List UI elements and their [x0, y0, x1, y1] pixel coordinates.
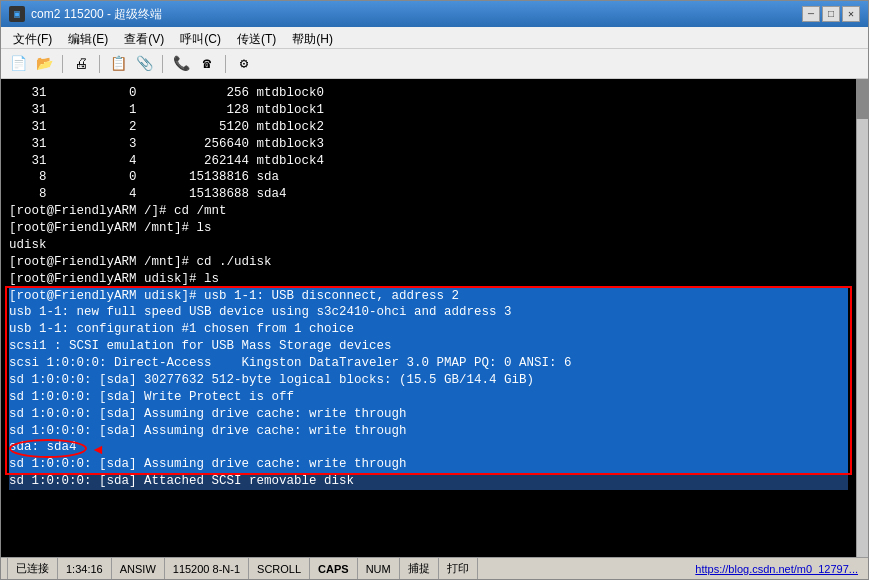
menu-call[interactable]: 呼叫(C) [172, 29, 229, 46]
maximize-button[interactable]: □ [822, 6, 840, 22]
term-line: sd 1:0:0:0: [sda] Assuming drive cache: … [9, 456, 848, 473]
term-line: 8 0 15138816 sda [9, 169, 848, 186]
term-line: usb 1-1: new full speed USB device using… [9, 304, 848, 321]
term-line: sd 1:0:0:0: [sda] Write Protect is off [9, 389, 848, 406]
selected-block: [root@FriendlyARM udisk]# usb 1-1: USB d… [9, 288, 848, 474]
window-title: com2 115200 - 超级终端 [31, 6, 162, 23]
term-line: 8 4 15138688 sda4 [9, 186, 848, 203]
term-line: sd 1:0:0:0: [sda] 30277632 512-byte logi… [9, 372, 848, 389]
dial-button[interactable]: 📞 [170, 53, 192, 75]
copy-button[interactable]: 📋 [107, 53, 129, 75]
term-line: 31 2 5120 mtdblock2 [9, 119, 848, 136]
open-button[interactable]: 📂 [33, 53, 55, 75]
connection-status: 已连接 [7, 558, 58, 579]
scrollbar-thumb[interactable] [856, 79, 868, 119]
terminal-text-block: 31 0 256 mtdblock0 31 1 128 mtdblock1 31… [9, 85, 848, 490]
toolbar: 📄 📂 🖨 📋 📎 📞 ☎ ⚙ [1, 49, 868, 79]
toolbar-separator-2 [99, 55, 100, 73]
term-line: [root@FriendlyARM /mnt]# ls [9, 220, 848, 237]
baud-status: 115200 8-N-1 [165, 558, 249, 579]
term-line: 31 4 262144 mtdblock4 [9, 153, 848, 170]
sda-line-container: sda: sda4 ◄ [9, 439, 848, 456]
toolbar-separator-3 [162, 55, 163, 73]
new-button[interactable]: 📄 [7, 53, 29, 75]
main-window: ▣ com2 115200 - 超级终端 ─ □ ✕ 文件(F) 编辑(E) 查… [0, 0, 869, 580]
scroll-status: SCROLL [249, 558, 310, 579]
hangup-button[interactable]: ☎ [196, 53, 218, 75]
term-line: 31 0 256 mtdblock0 [9, 85, 848, 102]
term-line: sd 1:0:0:0: [sda] Assuming drive cache: … [9, 423, 848, 440]
capture-status: 捕捉 [400, 558, 439, 579]
term-line: [root@FriendlyARM udisk]# usb 1-1: USB d… [9, 288, 848, 305]
title-bar: ▣ com2 115200 - 超级终端 ─ □ ✕ [1, 1, 868, 27]
minimize-button[interactable]: ─ [802, 6, 820, 22]
term-line: 31 1 128 mtdblock1 [9, 102, 848, 119]
print-button[interactable]: 🖨 [70, 53, 92, 75]
menu-transfer[interactable]: 传送(T) [229, 29, 284, 46]
window-controls: ─ □ ✕ [802, 6, 860, 22]
status-bar: 已连接 1:34:16 ANSIW 115200 8-N-1 SCROLL CA… [1, 557, 868, 579]
terminal-content: 31 0 256 mtdblock0 31 1 128 mtdblock1 31… [1, 79, 856, 557]
menu-file[interactable]: 文件(F) [5, 29, 60, 46]
url-link[interactable]: https://blog.csdn.net/m0_12797... [695, 563, 862, 575]
term-line: scsi 1:0:0:0: Direct-Access Kingston Dat… [9, 355, 848, 372]
scrollbar-track[interactable] [856, 79, 868, 557]
term-line: [root@FriendlyARM /]# cd /mnt [9, 203, 848, 220]
term-line: udisk [9, 237, 848, 254]
menu-view[interactable]: 查看(V) [116, 29, 172, 46]
close-button[interactable]: ✕ [842, 6, 860, 22]
app-icon: ▣ [9, 6, 25, 22]
term-line: usb 1-1: configuration #1 chosen from 1 … [9, 321, 848, 338]
num-status: NUM [358, 558, 400, 579]
paste-button[interactable]: 📎 [133, 53, 155, 75]
toolbar-separator-1 [62, 55, 63, 73]
print-status: 打印 [439, 558, 478, 579]
properties-button[interactable]: ⚙ [233, 53, 255, 75]
caps-status: CAPS [310, 558, 358, 579]
term-line: [root@FriendlyARM udisk]# ls [9, 271, 848, 288]
menu-help[interactable]: 帮助(H) [284, 29, 341, 46]
sda-line: sda: sda4 [9, 439, 848, 456]
last-line: sd 1:0:0:0: [sda] Attached SCSI removabl… [9, 473, 848, 490]
toolbar-separator-4 [225, 55, 226, 73]
term-line: sd 1:0:0:0: [sda] Assuming drive cache: … [9, 406, 848, 423]
title-bar-left: ▣ com2 115200 - 超级终端 [9, 6, 162, 23]
terminal-area[interactable]: 31 0 256 mtdblock0 31 1 128 mtdblock1 31… [1, 79, 868, 557]
term-line: [root@FriendlyARM /mnt]# cd ./udisk [9, 254, 848, 271]
term-line: 31 3 256640 mtdblock3 [9, 136, 848, 153]
time-status: 1:34:16 [58, 558, 112, 579]
mode-status: ANSIW [112, 558, 165, 579]
menu-bar: 文件(F) 编辑(E) 查看(V) 呼叫(C) 传送(T) 帮助(H) [1, 27, 868, 49]
menu-edit[interactable]: 编辑(E) [60, 29, 116, 46]
term-line: scsi1 : SCSI emulation for USB Mass Stor… [9, 338, 848, 355]
